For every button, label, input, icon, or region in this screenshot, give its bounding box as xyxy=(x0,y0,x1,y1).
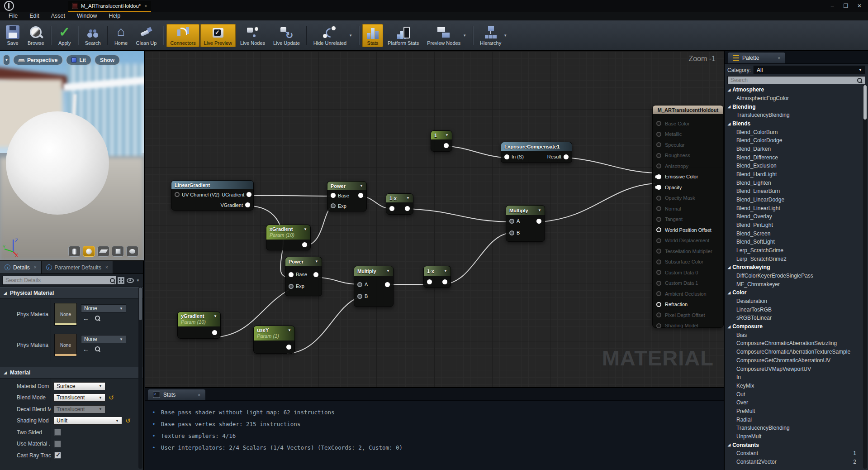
palette-item[interactable]: TranslucencyBlending xyxy=(725,424,868,432)
chevron-down-icon[interactable]: ▼ xyxy=(442,133,449,137)
palette-item[interactable]: UnpreMult xyxy=(725,432,868,441)
chevron-down-icon[interactable]: ▼ xyxy=(463,34,466,38)
connectors-button[interactable]: Connectors ▼ xyxy=(166,24,199,47)
palette-item[interactable]: TranslucencyBlending xyxy=(725,111,868,120)
palette-item[interactable]: Constant 1 xyxy=(725,449,868,458)
material-output-pin[interactable]: Refraction xyxy=(653,299,723,310)
output-pin[interactable] xyxy=(245,202,250,207)
browse-to-asset-icon[interactable] xyxy=(95,315,100,321)
input-pin[interactable] xyxy=(509,219,514,224)
use-material-checkbox[interactable] xyxy=(54,441,61,447)
palette-search-input[interactable] xyxy=(727,76,865,84)
output-pin[interactable] xyxy=(405,206,410,211)
material-output-pin[interactable]: Emissive Color xyxy=(653,172,723,182)
reset-to-default-icon[interactable]: ↺ xyxy=(109,394,114,401)
material-domain-select[interactable]: Surface▼ xyxy=(53,382,105,390)
node-ygradient-param[interactable]: yGradient▼ Param (10) xyxy=(177,312,221,339)
material-output-pin[interactable]: Subsurface Color xyxy=(653,257,723,268)
material-output-pin[interactable]: Custom Data 1 xyxy=(653,278,723,289)
palette-item[interactable]: PreMult xyxy=(725,407,868,416)
reset-to-default-icon[interactable]: ↺ xyxy=(125,417,131,424)
material-output-pin[interactable]: Anisotropy xyxy=(653,161,723,172)
palette-item[interactable]: Out xyxy=(725,390,868,398)
chevron-down-icon[interactable]: ▼ xyxy=(535,208,541,212)
chevron-down-icon[interactable]: ▼ xyxy=(441,269,447,273)
output-pin[interactable] xyxy=(564,154,569,159)
input-pin[interactable] xyxy=(289,272,294,277)
chevron-down-icon[interactable]: ▼ xyxy=(357,184,363,188)
input-pin[interactable] xyxy=(509,230,514,235)
palette-item[interactable]: Blend_ColorDodge xyxy=(725,136,868,145)
palette-item[interactable]: ComposureUVMapViewportUV xyxy=(725,364,868,373)
input-pin[interactable] xyxy=(389,206,394,211)
search-button[interactable]: Search ▼ xyxy=(81,24,104,47)
asset-tab-close-icon[interactable]: × xyxy=(144,4,147,9)
node-power-2[interactable]: Power▼ Base Exp xyxy=(285,257,322,296)
platform-stats-button[interactable]: Platform Stats ▼ xyxy=(384,24,422,47)
palette-item[interactable]: Constant2Vector 2 xyxy=(725,458,868,466)
palette-item[interactable]: Blend_PinLight xyxy=(725,221,868,230)
hierarchy-button[interactable]: Hierarchy ▼ xyxy=(476,24,511,47)
material-output-pin[interactable]: Pixel Depth Offset xyxy=(653,310,723,321)
lit-mode-button[interactable]: Lit xyxy=(66,55,91,65)
menu-item[interactable]: Edit xyxy=(24,12,45,20)
browse-button[interactable]: Browse ▼ xyxy=(24,24,48,47)
palette-item[interactable]: Blend_Overlay xyxy=(725,212,868,221)
palette-item[interactable]: AtmosphericFogColor xyxy=(725,94,868,103)
palette-item[interactable]: Radial xyxy=(725,415,868,424)
grid-view-icon[interactable] xyxy=(118,277,124,284)
output-pin[interactable] xyxy=(247,192,251,197)
input-pin[interactable] xyxy=(331,203,336,208)
material-thumbnail[interactable]: None xyxy=(54,303,77,326)
input-pin[interactable] xyxy=(175,192,180,197)
material-output-pin[interactable]: Shading Model xyxy=(653,321,723,331)
search-details-input[interactable] xyxy=(2,276,116,285)
home-button[interactable]: Home ▼ xyxy=(111,24,132,47)
palette-item[interactable]: DiffColorKeyerErodeSinglePass xyxy=(725,272,868,280)
close-button[interactable]: ✕ xyxy=(853,0,866,11)
chevron-down-icon[interactable]: ▼ xyxy=(503,34,507,38)
preview-shape-button[interactable] xyxy=(112,246,124,257)
viewport-options-dropdown[interactable]: ▼ xyxy=(3,55,10,65)
input-pin[interactable] xyxy=(504,154,509,159)
palette-item[interactable]: Blends xyxy=(725,120,868,128)
input-pin[interactable] xyxy=(289,284,294,289)
tab-close-icon[interactable]: × xyxy=(198,393,200,398)
output-pin[interactable] xyxy=(302,242,307,247)
palette-item[interactable]: Blending xyxy=(725,102,868,111)
chevron-down-icon[interactable]: ▼ xyxy=(403,196,410,200)
save-button[interactable]: Save ▼ xyxy=(2,24,23,47)
palette-item[interactable]: Blend_Exclusion xyxy=(725,162,868,170)
tab-close-icon[interactable]: × xyxy=(34,265,37,270)
material-output-pin[interactable]: World Position Offset xyxy=(653,225,723,235)
menu-item[interactable]: Help xyxy=(103,12,126,20)
perspective-button[interactable]: Perspective xyxy=(13,55,63,65)
chevron-down-icon[interactable]: ▼ xyxy=(210,314,217,318)
preview-nodes-button[interactable]: Preview Nodes ▼ xyxy=(423,24,470,47)
material-output-pin[interactable]: Normal xyxy=(653,203,723,214)
palette-item[interactable]: Blend_ColorBurn xyxy=(725,128,868,136)
menu-item[interactable]: Asset xyxy=(45,12,71,20)
preview-shape-button[interactable] xyxy=(97,246,109,257)
palette-item[interactable]: In xyxy=(725,373,868,382)
maximize-button[interactable]: ❐ xyxy=(839,0,853,11)
phys-material-select[interactable]: None▼ xyxy=(81,304,126,312)
tab-details[interactable]: i Details × xyxy=(0,261,42,273)
hide-unrelated-button[interactable]: Hide Unrelated ▼ xyxy=(310,24,356,47)
two-sided-checkbox[interactable] xyxy=(54,429,61,436)
node-exposure-compensate[interactable]: ExposureCompensate1 In (S) Result xyxy=(501,142,572,163)
input-pin[interactable] xyxy=(427,279,432,284)
palette-scrollbar[interactable] xyxy=(863,85,867,469)
apply-button[interactable]: Apply ▼ xyxy=(54,24,75,47)
palette-item[interactable]: ComposureChromaticAberrationTextureSampl… xyxy=(725,348,868,356)
tab-stats[interactable]: Stats × xyxy=(148,389,205,400)
material-output-pin[interactable]: Custom Data 0 xyxy=(653,267,723,278)
chevron-down-icon[interactable]: ▼ xyxy=(284,328,291,332)
material-output-pin[interactable]: Tessellation Multiplier xyxy=(653,246,723,257)
node-usey-param[interactable]: useY▼ Param (1) xyxy=(253,326,295,354)
details-scrollbar[interactable] xyxy=(138,287,142,469)
material-output-pin[interactable]: Opacity Mask xyxy=(653,193,723,204)
chevron-down-icon[interactable]: ▼ xyxy=(300,227,307,231)
node-one-minus-2[interactable]: 1-x▼ xyxy=(423,266,451,288)
node-multiply-right[interactable]: Multiply▼ A B xyxy=(506,205,545,242)
